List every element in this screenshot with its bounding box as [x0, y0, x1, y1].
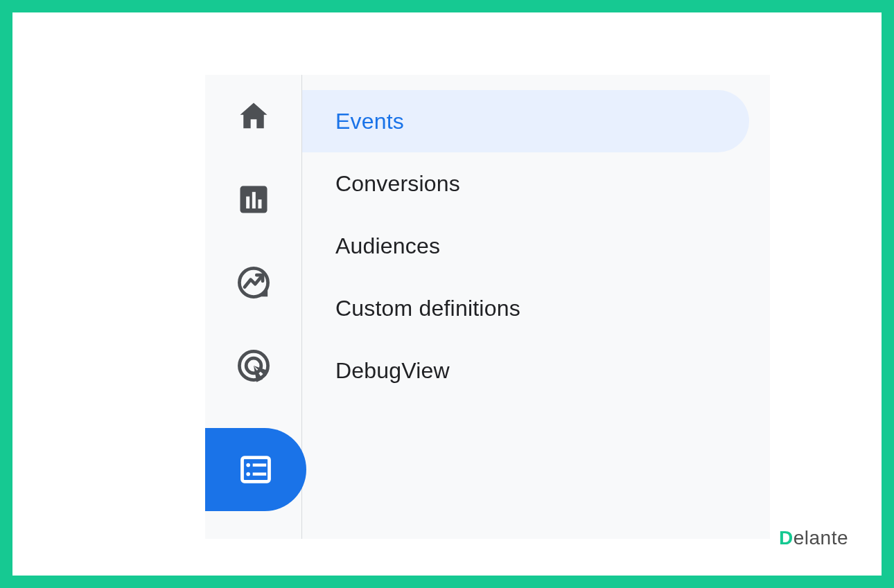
rail-item-home[interactable]	[205, 75, 301, 158]
submenu-label: Conversions	[335, 171, 460, 197]
submenu-item-events[interactable]: Events	[302, 90, 749, 152]
brand-prefix: D	[779, 527, 794, 549]
configure-icon	[238, 452, 274, 488]
outer-frame: Events Conversions Audiences Custom defi…	[0, 0, 894, 588]
svg-rect-9	[253, 463, 267, 466]
rail-item-configure[interactable]	[205, 428, 306, 511]
rail-item-advertising[interactable]	[205, 324, 301, 407]
svg-point-10	[246, 472, 250, 476]
explore-icon	[236, 265, 272, 301]
rail-item-reports[interactable]	[205, 158, 301, 241]
submenu-item-custom-definitions[interactable]: Custom definitions	[302, 277, 770, 339]
svg-point-8	[246, 463, 250, 467]
svg-rect-1	[246, 197, 249, 208]
submenu-label: Events	[335, 109, 404, 134]
app-panel: Events Conversions Audiences Custom defi…	[205, 75, 770, 539]
submenu-label: DebugView	[335, 358, 450, 384]
icon-rail	[205, 75, 302, 539]
submenu-label: Custom definitions	[335, 296, 520, 321]
rail-item-explore[interactable]	[205, 241, 301, 324]
svg-rect-2	[252, 192, 255, 208]
submenu-item-conversions[interactable]: Conversions	[302, 152, 770, 215]
submenu: Events Conversions Audiences Custom defi…	[302, 75, 770, 539]
submenu-item-debugview[interactable]: DebugView	[302, 339, 770, 402]
advertising-icon	[236, 348, 272, 384]
svg-rect-7	[243, 458, 270, 482]
svg-rect-3	[258, 199, 261, 208]
brand-rest: elante	[794, 527, 848, 549]
reports-icon	[236, 181, 272, 217]
submenu-item-audiences[interactable]: Audiences	[302, 215, 770, 277]
home-icon	[236, 98, 272, 134]
brand-logo: Delante	[779, 527, 848, 549]
submenu-label: Audiences	[335, 233, 440, 259]
svg-rect-11	[253, 472, 267, 475]
